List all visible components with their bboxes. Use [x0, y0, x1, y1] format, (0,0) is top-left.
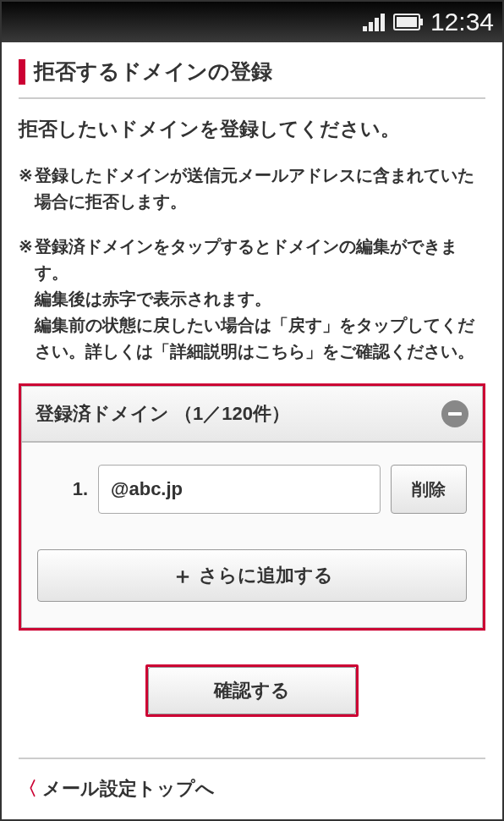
add-more-label: さらに追加する — [199, 563, 333, 588]
panel-title: 登録済ドメイン （1／120件） — [36, 401, 290, 427]
panel-body: 1. 削除 ＋ さらに追加する — [21, 443, 483, 628]
content-area: 拒否するドメインの登録 拒否したいドメインを登録してください。 ※ 登録したドメ… — [2, 42, 502, 817]
status-clock: 12:34 — [430, 8, 494, 36]
delete-button[interactable]: 削除 — [391, 465, 467, 514]
note-text-2: 登録済ドメインをタップするとドメインの編集ができます。 編集後は赤字で表示されま… — [35, 234, 485, 365]
back-link-label: メール設定トップへ — [42, 776, 215, 802]
title-accent-bar — [19, 59, 25, 85]
note-2: ※ 登録済ドメインをタップするとドメインの編集ができます。 編集後は赤字で表示さ… — [19, 234, 485, 365]
add-more-button[interactable]: ＋ さらに追加する — [37, 549, 467, 602]
status-bar: 12:34 — [2, 2, 502, 42]
confirm-section: 確認する — [19, 664, 485, 717]
note-marker: ※ — [19, 234, 33, 365]
svg-rect-6 — [420, 19, 423, 25]
chevron-left-icon: 〈 — [19, 776, 37, 802]
signal-icon — [363, 13, 386, 31]
svg-rect-2 — [375, 18, 379, 31]
panel-header[interactable]: 登録済ドメイン （1／120件） — [21, 386, 483, 443]
svg-rect-0 — [363, 26, 367, 31]
back-link[interactable]: 〈 メール設定トップへ — [19, 758, 485, 802]
note-marker: ※ — [19, 163, 33, 215]
page-title: 拒否するドメインの登録 — [34, 58, 272, 85]
confirm-button[interactable]: 確認する — [145, 664, 359, 717]
domain-input[interactable] — [98, 465, 381, 514]
confirm-label: 確認する — [214, 678, 290, 703]
svg-rect-3 — [381, 14, 385, 31]
svg-rect-5 — [397, 17, 417, 27]
page-title-section: 拒否するドメインの登録 — [19, 58, 485, 99]
note-text-1: 登録したドメインが送信元メールアドレスに含まれていた場合に拒否します。 — [35, 163, 485, 215]
row-number: 1. — [37, 478, 88, 500]
note-1: ※ 登録したドメインが送信元メールアドレスに含まれていた場合に拒否します。 — [19, 163, 485, 215]
registered-domains-panel: 登録済ドメイン （1／120件） 1. 削除 ＋ さらに追加する — [19, 383, 485, 631]
plus-icon: ＋ — [172, 561, 194, 591]
collapse-icon[interactable] — [441, 400, 468, 427]
instruction-text: 拒否したいドメインを登録してください。 — [19, 116, 485, 142]
svg-rect-1 — [369, 22, 373, 31]
domain-row: 1. 削除 — [37, 465, 467, 514]
battery-icon — [393, 13, 424, 31]
